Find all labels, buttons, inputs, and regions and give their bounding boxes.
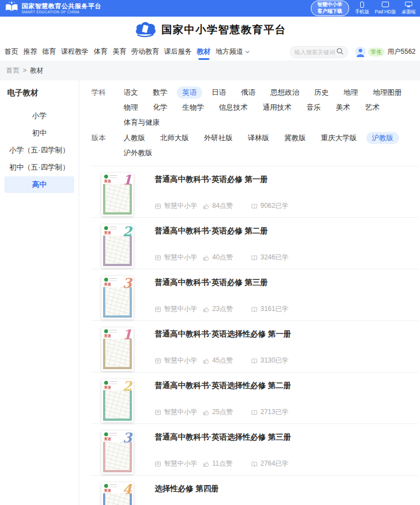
sidebar-item-senior[interactable]: 高中	[4, 176, 74, 193]
book-meta: 智慧中小学84点赞9062已学	[155, 201, 418, 211]
edition-beishida[interactable]: 北师大版	[155, 132, 194, 144]
subject-chemistry[interactable]: 化学	[147, 101, 173, 114]
book-cover[interactable]: 英语2	[101, 379, 134, 422]
platform-brand[interactable]: 国家智慧教育公共服务平台 SMART EDUCATION OF CHINA	[4, 1, 101, 16]
subject-chinese[interactable]: 语文	[118, 86, 144, 99]
breadcrumb-home[interactable]: 首页	[6, 66, 19, 75]
top-bar: 国家智慧教育公共服务平台 SMART EDUCATION OF CHINA 智慧…	[0, 0, 420, 17]
book-likes[interactable]: 25点赞	[203, 407, 251, 417]
book-cover[interactable]: 英语1	[101, 173, 134, 216]
edition-huwaijiao[interactable]: 沪外教版	[118, 147, 158, 159]
subject-english[interactable]: 英语	[177, 86, 202, 99]
nav-item-curriculum-teaching[interactable]: 课程教学	[61, 43, 89, 60]
book-cover[interactable]: 英语4	[101, 482, 134, 505]
nav-item-moral-education[interactable]: 德育	[42, 43, 56, 60]
nav-item-label: 体育	[94, 47, 107, 57]
subject-geography[interactable]: 地理	[338, 86, 363, 99]
nav-item-home[interactable]: 首页	[4, 43, 18, 60]
book-title[interactable]: 普通高中教科书·英语选择性必修 第三册	[155, 432, 418, 442]
book-source-text: 智慧中小学	[164, 304, 197, 314]
nav-item-label: 劳动教育	[131, 47, 159, 57]
subject-physics[interactable]: 物理	[118, 101, 144, 114]
book-cover[interactable]: 英语1	[101, 328, 134, 371]
subject-information-tech[interactable]: 信息技术	[213, 101, 253, 114]
book-source: 智慧中小学	[155, 356, 203, 365]
open-book-icon	[251, 306, 258, 313]
edition-hujiao[interactable]: 沪教版	[366, 132, 399, 144]
nav-item-local-channel[interactable]: 地方频道	[216, 43, 249, 60]
nav-item-labor-education[interactable]: 劳动教育	[131, 43, 159, 60]
edition-jijiao[interactable]: 冀教版	[279, 132, 311, 144]
edition-yilin[interactable]: 译林版	[242, 132, 275, 144]
device-link-desktop[interactable]: 桌面端	[402, 1, 416, 16]
subject-filter-label: 学科	[91, 85, 109, 130]
chevron-down-icon	[245, 49, 249, 53]
main-nav: 首页推荐德育课程教学体育美育劳动教育课后服务教材地方频道 学生 用户5562	[0, 43, 420, 60]
cover-art	[103, 236, 132, 266]
cover-decoration	[110, 227, 117, 229]
search-icon[interactable]	[336, 47, 344, 57]
book-likes[interactable]: 45点赞	[203, 356, 251, 365]
user-name[interactable]: 用户5562	[387, 47, 416, 57]
subject-japanese[interactable]: 日语	[206, 86, 232, 99]
book-cover[interactable]: 英语3	[101, 431, 134, 474]
user-avatar-icon[interactable]	[355, 47, 366, 57]
book-cover[interactable]: 英语3	[101, 276, 134, 319]
book-source: 智慧中小学	[155, 407, 203, 417]
book-meta: 智慧中小学45点赞3130已学	[155, 356, 418, 365]
book-title[interactable]: 普通高中教科书·英语选择性必修 第二册	[155, 381, 418, 391]
cover-subject-label: 英语	[104, 282, 111, 287]
open-book-icon	[251, 203, 258, 210]
book-likes[interactable]: 23点赞	[203, 304, 251, 314]
monitor-icon	[405, 1, 412, 8]
book-title[interactable]: 普通高中教科书·英语必修 第二册	[155, 226, 418, 236]
sidebar-item-primary[interactable]: 小学	[4, 108, 74, 124]
school-badge-icon	[155, 254, 161, 261]
nav-item-physical-education[interactable]: 体育	[94, 43, 107, 60]
edition-chongqing-univ[interactable]: 重庆大学版	[315, 132, 362, 144]
subject-politics[interactable]: 思想政治	[265, 86, 305, 99]
subject-music[interactable]: 音乐	[301, 101, 326, 114]
nav-item-after-school-service[interactable]: 课后服务	[164, 43, 192, 60]
book-cover[interactable]: 英语2	[101, 225, 134, 268]
book-title[interactable]: 普通高中教科书·英语必修 第一册	[155, 175, 418, 185]
book-info: 普通高中教科书·英语选择性必修 第一册智慧中小学45点赞3130已学	[155, 328, 418, 372]
book-likes[interactable]: 40点赞	[203, 253, 251, 262]
school-badge-icon	[155, 461, 161, 467]
subject-russian[interactable]: 俄语	[235, 86, 261, 99]
book-likes[interactable]: 11点赞	[203, 459, 251, 468]
nav-item-textbook[interactable]: 教材	[197, 43, 211, 60]
cover-volume-digit: 2	[122, 225, 132, 238]
school-badge-icon	[155, 358, 161, 364]
edition-renjiao[interactable]: 人教版	[118, 132, 151, 144]
device-link-mobile[interactable]: 手机版	[355, 1, 370, 16]
nav-item-label: 地方频道	[216, 47, 243, 57]
subject-general-tech[interactable]: 通用技术	[257, 101, 297, 114]
subject-pe-health[interactable]: 体育与健康	[118, 116, 165, 129]
sidebar-item-junior[interactable]: 初中	[4, 125, 74, 141]
book-meta: 智慧中小学25点赞2713已学	[155, 407, 418, 417]
subject-history[interactable]: 历史	[309, 86, 334, 99]
book-title[interactable]: 普通高中教科书·英语必修 第三册	[155, 278, 418, 288]
book-title[interactable]: 选择性必修 第四册	[155, 484, 418, 494]
book-likes[interactable]: 84点赞	[203, 201, 251, 211]
client-download-button[interactable]: 智慧中小学 客户端下载	[311, 1, 349, 16]
nav-item-aesthetic-education[interactable]: 美育	[112, 43, 126, 60]
book-title[interactable]: 普通高中教科书·英语选择性必修 第一册	[155, 329, 418, 339]
subject-fine-arts[interactable]: 美术	[330, 101, 356, 114]
subject-math[interactable]: 数学	[147, 86, 173, 99]
search-box[interactable]	[290, 46, 348, 58]
subject-biology[interactable]: 生物学	[177, 101, 209, 114]
subject-arts[interactable]: 艺术	[360, 101, 385, 114]
sidebar-items: 小学初中小学（五·四学制）初中（五·四学制）高中	[0, 108, 79, 193]
device-link-pad[interactable]: Pad HD版	[375, 1, 396, 16]
search-input[interactable]	[294, 49, 336, 55]
sidebar-item-junior-54[interactable]: 初中（五·四学制）	[4, 159, 74, 176]
edition-waiyanshe[interactable]: 外研社版	[198, 132, 238, 144]
sidebar-item-primary-54[interactable]: 小学（五·四学制）	[4, 142, 74, 159]
nav-item-recommend[interactable]: 推荐	[23, 43, 37, 60]
subject-geo-atlas[interactable]: 地理图册	[367, 86, 407, 99]
subject-filter-row: 学科 语文数学英语日语俄语思想政治历史地理地理图册物理化学生物学信息技术通用技术…	[91, 85, 418, 130]
sidebar-title: 电子教材	[0, 86, 79, 107]
nav-items: 首页推荐德育课程教学体育美育劳动教育课后服务教材地方频道	[4, 43, 254, 60]
